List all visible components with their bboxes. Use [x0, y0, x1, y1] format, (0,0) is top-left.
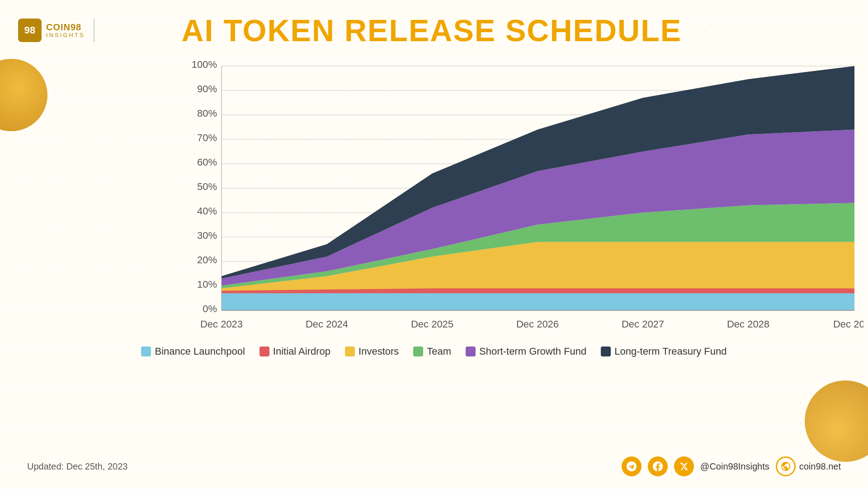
legend-team: Team: [413, 346, 451, 357]
svg-text:60%: 60%: [197, 157, 217, 168]
svg-text:50%: 50%: [197, 181, 217, 192]
page-title: AI TOKEN RELEASE SCHEDULE: [22, 13, 841, 48]
social-handle: @Coin98Insights: [700, 461, 769, 472]
legend-long-term: Long-term Treasury Fund: [601, 346, 726, 357]
footer: Updated: Dec 25th, 2023 @Coin98Insights …: [0, 456, 868, 476]
svg-text:Dec 2028: Dec 2028: [727, 318, 769, 330]
investors-label: Investors: [359, 346, 399, 357]
svg-text:20%: 20%: [197, 254, 217, 266]
globe-icon: [776, 456, 796, 476]
svg-text:Dec 2027: Dec 2027: [622, 318, 664, 330]
svg-text:Dec 2026: Dec 2026: [516, 318, 559, 330]
svg-text:0%: 0%: [203, 303, 217, 314]
binance-color: [141, 347, 151, 356]
binance-label: Binance Launchpool: [155, 346, 245, 357]
svg-text:80%: 80%: [197, 108, 217, 119]
team-color: [413, 347, 423, 356]
long-term-label: Long-term Treasury Fund: [614, 346, 726, 357]
decorative-circle-left: [0, 59, 47, 131]
legend-short-term: Short-term Growth Fund: [466, 346, 586, 357]
airdrop-label: Initial Airdrop: [273, 346, 330, 357]
updated-text: Updated: Dec 25th, 2023: [27, 461, 127, 472]
svg-text:Dec 2024: Dec 2024: [306, 318, 348, 330]
legend-investors: Investors: [345, 346, 399, 357]
legend-airdrop: Initial Airdrop: [259, 346, 330, 357]
investors-color: [345, 347, 355, 356]
svg-text:40%: 40%: [197, 205, 217, 217]
svg-text:90%: 90%: [197, 83, 217, 95]
svg-text:10%: 10%: [197, 279, 217, 290]
svg-text:Dec 2025: Dec 2025: [411, 318, 453, 330]
svg-text:Dec 2023: Dec 2023: [200, 318, 243, 330]
svg-text:Dec 2029: Dec 2029: [833, 318, 863, 330]
airdrop-color: [259, 347, 269, 356]
team-label: Team: [427, 346, 451, 357]
long-term-color: [601, 347, 611, 356]
social-website: coin98.net: [776, 456, 841, 476]
chart-legend: Binance Launchpool Initial Airdrop Inves…: [0, 346, 868, 357]
short-term-label: Short-term Growth Fund: [479, 346, 586, 357]
svg-text:70%: 70%: [197, 132, 217, 143]
facebook-icon[interactable]: [648, 456, 668, 476]
website-text: coin98.net: [799, 461, 841, 472]
header: 98 COIN98 INSIGHTS AI TOKEN RELEASE SCHE…: [0, 0, 868, 52]
social-area: @Coin98Insights coin98.net: [622, 456, 841, 476]
chart-container: 100% 90% 80% 70% 60% 50% 40% 30% 20% 10%…: [167, 57, 863, 337]
twitter-icon[interactable]: [674, 456, 694, 476]
chart-svg: 100% 90% 80% 70% 60% 50% 40% 30% 20% 10%…: [167, 57, 863, 337]
legend-binance: Binance Launchpool: [141, 346, 245, 357]
binance-layer: [222, 293, 854, 310]
svg-text:30%: 30%: [197, 230, 217, 241]
decorative-circle-right: [805, 380, 868, 462]
telegram-icon[interactable]: [622, 456, 642, 476]
short-term-color: [466, 347, 476, 356]
svg-text:100%: 100%: [192, 59, 217, 70]
